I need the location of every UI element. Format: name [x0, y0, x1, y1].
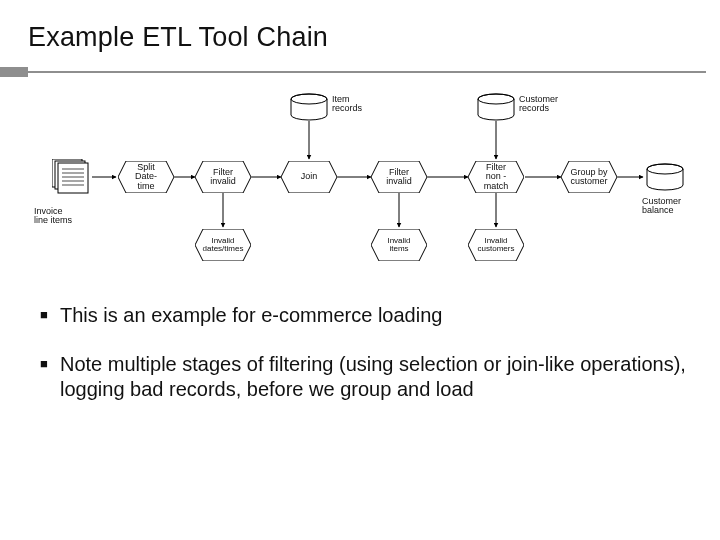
stage-filter-non-match: Filter non - match	[468, 161, 524, 193]
stage-group-by-customer: Group by customer	[561, 161, 617, 193]
stage-label: Filter invalid	[371, 161, 427, 193]
invoice-line-items-label: Invoice line items	[34, 207, 94, 226]
log-invalid-customers: Invalid customers	[468, 229, 524, 261]
stage-label: Filter invalid	[195, 161, 251, 193]
log-label: Invalid items	[371, 229, 427, 261]
bullet-item: This is an example for e-commerce loadin…	[40, 303, 692, 328]
database-icon	[645, 163, 685, 193]
document-icon	[52, 159, 92, 195]
database-icon	[289, 93, 329, 123]
customer-records-label: Customer records	[519, 95, 558, 114]
title-rule	[0, 67, 720, 81]
database-icon	[476, 93, 516, 123]
stage-label: Group by customer	[561, 161, 617, 193]
stage-label: Split Date- time	[118, 161, 174, 193]
bullet-list: This is an example for e-commerce loadin…	[0, 291, 720, 402]
log-label: Invalid dates/times	[195, 229, 251, 261]
log-invalid-dates: Invalid dates/times	[195, 229, 251, 261]
svg-rect-18	[58, 163, 88, 193]
stage-label: Filter non - match	[468, 161, 524, 193]
log-label: Invalid customers	[468, 229, 524, 261]
log-invalid-items: Invalid items	[371, 229, 427, 261]
stage-filter-invalid-1: Filter invalid	[195, 161, 251, 193]
stage-filter-invalid-2: Filter invalid	[371, 161, 427, 193]
customer-balance-label: Customer balance	[642, 197, 702, 216]
slide-title: Example ETL Tool Chain	[0, 0, 720, 63]
stage-split-datetime: Split Date- time	[118, 161, 174, 193]
stage-label: Join	[281, 161, 337, 193]
etl-diagram: Item records Customer records Invoice li…	[0, 81, 720, 291]
stage-join: Join	[281, 161, 337, 193]
bullet-item: Note multiple stages of filtering (using…	[40, 352, 692, 402]
item-records-label: Item records	[332, 95, 362, 114]
